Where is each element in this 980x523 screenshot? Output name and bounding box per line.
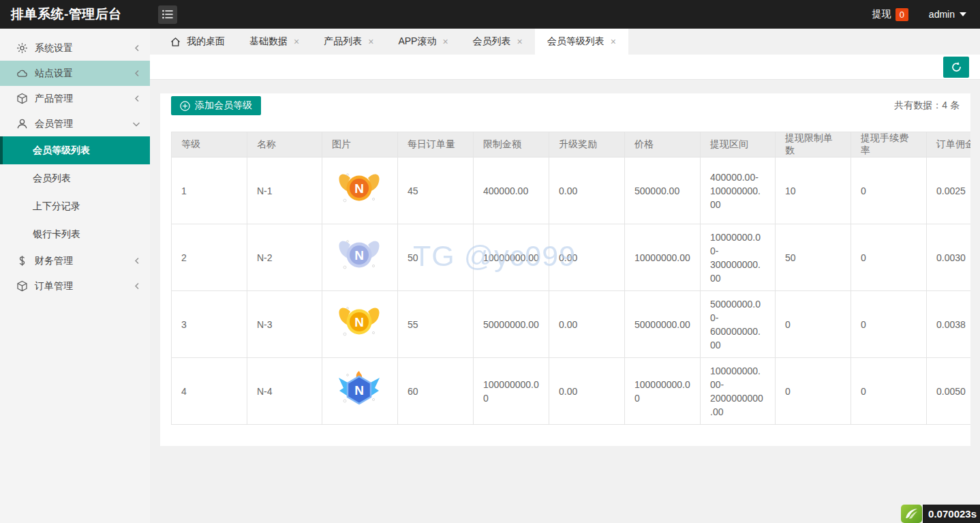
close-icon[interactable]: × (368, 37, 373, 46)
close-icon[interactable]: × (294, 37, 299, 46)
close-icon[interactable]: × (611, 37, 616, 46)
cell-commission: 0.0050 (927, 358, 971, 425)
add-level-button-label: 添加会员等级 (195, 100, 252, 112)
trace-bar: 0.070023s (901, 505, 980, 523)
sidebar-item-label: 订单管理 (35, 280, 134, 293)
main-area: 我的桌面基础数据×产品列表×APP滚动×会员列表×会员等级列表× 添加会员等级 … (150, 29, 980, 523)
cell-withdraw_range: 400000.00-100000000.00 (701, 158, 776, 224)
level-badge-image: N (337, 236, 381, 275)
cell-withdraw_limit: 50 (776, 224, 851, 291)
cell-commission: 0.0030 (927, 224, 971, 291)
tab-label: 会员列表 (473, 35, 511, 48)
column-header-10: 提现手续费率 (851, 132, 927, 158)
cell-name: N-2 (247, 224, 322, 291)
cell-withdraw_fee: 0 (851, 291, 927, 358)
tab-2[interactable]: 基础数据× (237, 29, 311, 55)
cell-withdraw_limit: 0 (776, 291, 851, 358)
add-level-button[interactable]: 添加会员等级 (171, 96, 261, 115)
cell-badge: N (322, 291, 398, 358)
sidebar-item-2[interactable]: 站点设置 (0, 61, 150, 86)
sidebar-item-1[interactable]: 系统设置 (0, 35, 150, 61)
cell-name: N-3 (247, 291, 322, 358)
cell-name: N-1 (247, 158, 322, 224)
sidebar-subitem-4-3[interactable]: 上下分记录 (0, 192, 150, 220)
chevron-down-icon (132, 121, 140, 128)
column-header-11: 订单佣金 (927, 132, 971, 158)
tab-5[interactable]: 会员列表× (461, 29, 535, 55)
sidebar-subitem-4-1[interactable]: 会员等级列表 (0, 136, 150, 164)
sidebar-item-label: 会员管理 (35, 118, 132, 130)
cell-limit_amount: 100000000.00 (474, 358, 549, 425)
dollar-icon (16, 255, 28, 267)
cell-price: 500000.00 (625, 158, 701, 224)
sidebar-item-label: 财务管理 (35, 255, 134, 267)
cell-daily_orders: 60 (398, 358, 474, 425)
cell-withdraw_fee: 0 (851, 158, 927, 224)
tab-4[interactable]: APP滚动× (386, 29, 460, 55)
sidebar-collapse-button[interactable] (158, 5, 177, 24)
tab-6[interactable]: 会员等级列表× (535, 29, 628, 55)
cell-level: 3 (172, 291, 247, 358)
withdraw-label: 提现 (872, 8, 891, 20)
cell-level: 1 (172, 158, 247, 224)
plus-circle-icon (180, 101, 190, 111)
chevron-left-icon (134, 70, 140, 77)
cell-badge: N (322, 224, 398, 291)
withdraw-menu[interactable]: 提现 0 (872, 8, 908, 21)
close-icon[interactable]: × (517, 37, 523, 46)
column-header-3: 图片 (322, 132, 398, 158)
topbar-right: 提现 0 admin (872, 8, 980, 21)
menu-list-icon (162, 10, 173, 19)
cell-daily_orders: 45 (398, 158, 474, 224)
tabs-bar: 我的桌面基础数据×产品列表×APP滚动×会员列表×会员等级列表× (150, 29, 980, 55)
box-icon (16, 93, 28, 104)
cell-price: 10000000.00 (625, 224, 701, 291)
box-icon (16, 280, 28, 292)
member-level-table: 等级名称图片每日订单量限制金额升级奖励价格提现区间提现限制单数提现手续费率订单佣… (171, 132, 970, 425)
svg-text:N: N (354, 248, 364, 263)
sidebar-item-6[interactable]: 订单管理 (0, 273, 150, 299)
withdraw-count-badge: 0 (895, 8, 908, 21)
close-icon[interactable]: × (442, 37, 448, 46)
cell-withdraw_range: 10000000.00-300000000.00 (701, 224, 776, 291)
sidebar-item-4[interactable]: 会员管理 (0, 111, 150, 136)
cell-badge: N (322, 358, 398, 425)
svg-text:N: N (354, 181, 364, 196)
cell-limit_amount: 400000.00 (474, 158, 549, 224)
table-row-2: 2N-2N5010000000.000.0010000000.001000000… (172, 224, 971, 291)
content-panel: 添加会员等级 共有数据：4 条 等级名称图片每日订单量限制金额升级奖励价格提现区… (160, 93, 970, 446)
user-icon (16, 118, 28, 130)
sidebar-subitem-4-2[interactable]: 会员列表 (0, 164, 150, 192)
chevron-left-icon (134, 95, 140, 102)
cell-withdraw_limit: 0 (776, 358, 851, 425)
sidebar-subitem-4-4[interactable]: 银行卡列表 (0, 220, 150, 248)
level-badge-image: N (337, 370, 381, 409)
sidebar-item-label: 系统设置 (35, 42, 134, 55)
column-header-1: 等级 (172, 132, 247, 158)
cell-level: 4 (172, 358, 247, 425)
column-header-8: 提现区间 (701, 132, 776, 158)
cell-withdraw_fee: 0 (851, 358, 927, 425)
cell-upgrade_reward: 0.00 (549, 158, 625, 224)
sidebar-item-5[interactable]: 财务管理 (0, 248, 150, 273)
thinkphp-trace-icon[interactable] (901, 505, 922, 523)
sidebar-item-3[interactable]: 产品管理 (0, 86, 150, 111)
refresh-icon (951, 61, 962, 73)
topbar: 排单系统-管理后台 提现 0 admin (0, 0, 980, 29)
refresh-button[interactable] (943, 57, 969, 78)
tab-label: 基础数据 (249, 35, 288, 48)
tab-label: APP滚动 (398, 35, 436, 48)
chevron-left-icon (134, 282, 140, 290)
table-row-1: 1N-1N45400000.000.00500000.00400000.00-1… (172, 158, 971, 224)
panel-header: 添加会员等级 共有数据：4 条 (171, 96, 960, 115)
table-wrap: 等级名称图片每日订单量限制金额升级奖励价格提现区间提现限制单数提现手续费率订单佣… (171, 132, 970, 425)
cell-upgrade_reward: 0.00 (549, 224, 625, 291)
tab-3[interactable]: 产品列表× (311, 29, 386, 55)
tab-label: 产品列表 (324, 35, 362, 48)
cell-level: 2 (172, 224, 247, 291)
home-icon (170, 37, 181, 47)
user-menu[interactable]: admin (929, 9, 966, 20)
cell-upgrade_reward: 0.00 (549, 358, 625, 425)
chevron-left-icon (134, 44, 140, 52)
tab-1[interactable]: 我的桌面 (158, 29, 237, 55)
